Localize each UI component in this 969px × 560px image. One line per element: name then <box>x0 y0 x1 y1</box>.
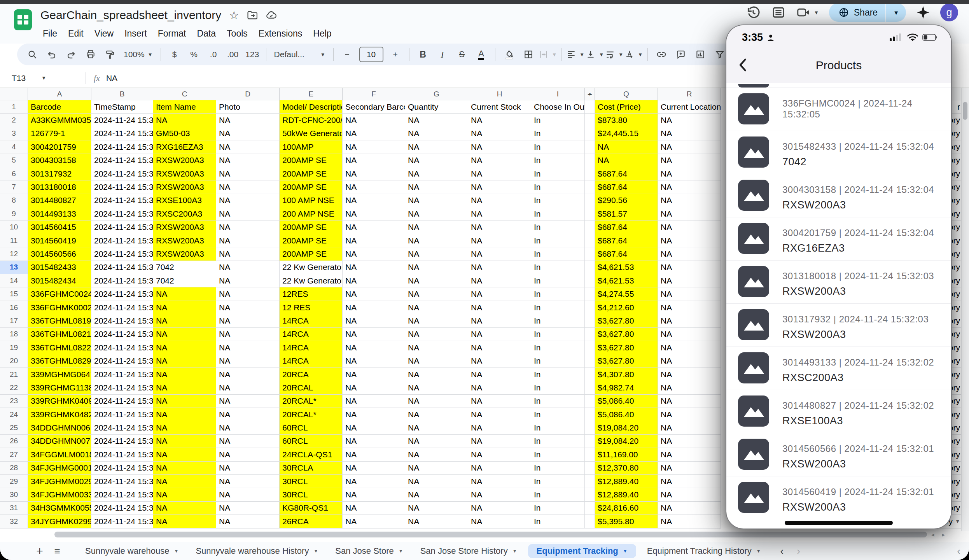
cell-A26[interactable]: 34DDGHMN007 <box>28 435 91 448</box>
hidden-column-gap[interactable] <box>585 395 595 408</box>
cell-R1[interactable]: Current Location <box>658 100 721 114</box>
cell-B18[interactable]: 2024-11-24 15:32 <box>91 328 153 341</box>
strikethrough-button[interactable]: S <box>452 46 472 63</box>
cell-G30[interactable]: NA <box>405 488 468 501</box>
cell-D14[interactable]: NA <box>216 274 280 287</box>
hidden-column-gap[interactable] <box>585 127 595 140</box>
cell-R7[interactable]: NA <box>658 180 721 194</box>
cell-R5[interactable]: NA <box>658 154 721 167</box>
cell-G9[interactable]: NA <box>405 207 468 220</box>
cell-Q11[interactable]: $687.64 <box>595 234 658 247</box>
cell-I26[interactable]: In <box>531 435 585 448</box>
row-header-22[interactable]: 22 <box>0 381 28 394</box>
cell-A1[interactable]: Barcode <box>28 100 91 114</box>
cell-H9[interactable]: NA <box>468 207 531 220</box>
cell-D6[interactable]: NA <box>216 167 280 180</box>
hidden-column-gap[interactable] <box>585 435 595 448</box>
row-header-21[interactable]: 21 <box>0 368 28 381</box>
row-header-17[interactable]: 17 <box>0 314 28 327</box>
cell-I11[interactable]: In <box>531 234 585 247</box>
cell-E24[interactable]: 20RCAL* <box>280 408 343 421</box>
cell-G32[interactable]: NA <box>405 515 468 528</box>
cell-R30[interactable]: NA <box>658 488 721 501</box>
cell-Q6[interactable]: $687.64 <box>595 167 658 180</box>
cell-H28[interactable]: NA <box>468 462 531 475</box>
cell-D9[interactable]: NA <box>216 207 280 220</box>
cell-G13[interactable]: NA <box>405 261 468 274</box>
cell-C11[interactable]: RXSW200A3 <box>153 234 216 247</box>
cell-D30[interactable]: NA <box>216 488 280 501</box>
cell-R25[interactable]: NA <box>658 421 721 434</box>
cell-E32[interactable]: 26RCA <box>280 515 343 528</box>
cell-F24[interactable]: NA <box>343 408 405 421</box>
cell-E16[interactable]: 12 RES <box>280 301 343 314</box>
row-header-30[interactable]: 30 <box>0 488 28 501</box>
cell-R3[interactable]: NA <box>658 127 721 140</box>
cell-H6[interactable]: NA <box>468 167 531 180</box>
cell-G21[interactable]: NA <box>405 368 468 381</box>
cell-R12[interactable]: NA <box>658 247 721 261</box>
cell-C32[interactable]: NA <box>153 515 216 528</box>
text-wrap-icon[interactable]: ▼ <box>605 46 624 63</box>
hidden-column-gap[interactable] <box>585 354 595 368</box>
cell-C17[interactable]: NA <box>153 314 216 327</box>
row-header-16[interactable]: 16 <box>0 301 28 314</box>
cell-G15[interactable]: NA <box>405 287 468 301</box>
far-right-chevron-icon[interactable]: ‹ <box>957 545 960 557</box>
sheet-tab-san-jose-store-history[interactable]: San Jose Store History▼ <box>412 542 526 560</box>
cell-F8[interactable]: NA <box>343 194 405 207</box>
cell-D22[interactable]: NA <box>216 381 280 394</box>
row-header-8[interactable]: 8 <box>0 194 28 207</box>
cell-Q12[interactable]: $687.64 <box>595 247 658 261</box>
column-header-Q[interactable]: Q <box>595 88 658 100</box>
cell-A15[interactable]: 336FGHMC0024 <box>28 287 91 301</box>
row-header-13[interactable]: 13 <box>0 261 28 274</box>
cell-B31[interactable]: 2024-11-24 15:32 <box>91 502 153 515</box>
hidden-column-gap[interactable] <box>585 328 595 341</box>
row-header-5[interactable]: 5 <box>0 154 28 167</box>
cell-B27[interactable]: 2024-11-24 15:32 <box>91 448 153 461</box>
cell-C19[interactable]: NA <box>153 341 216 354</box>
cell-E2[interactable]: RDT-CFNC-200/ <box>280 114 343 127</box>
cell-D12[interactable]: NA <box>216 247 280 261</box>
cell-Q23[interactable]: $5,086.40 <box>595 395 658 408</box>
sheet-tab-san-jose-store[interactable]: San Jose Store▼ <box>327 542 411 560</box>
cell-C10[interactable]: RXSW200A3 <box>153 221 216 234</box>
cell-H29[interactable]: NA <box>468 475 531 488</box>
cell-D4[interactable]: NA <box>216 140 280 154</box>
hidden-column-gap[interactable] <box>585 274 595 287</box>
undo-icon[interactable] <box>42 46 61 63</box>
cell-I27[interactable]: In <box>531 448 585 461</box>
cell-B15[interactable]: 2024-11-24 15:32 <box>91 287 153 301</box>
cell-F25[interactable]: NA <box>343 421 405 434</box>
column-header-D[interactable]: D <box>216 88 280 100</box>
cell-G16[interactable]: NA <box>405 301 468 314</box>
cell-G12[interactable]: NA <box>405 247 468 261</box>
cell-B25[interactable]: 2024-11-24 15:32 <box>91 421 153 434</box>
formula-input[interactable]: NA <box>106 74 117 83</box>
bold-button[interactable]: B <box>413 46 433 63</box>
cell-B7[interactable]: 2024-11-24 15:32 <box>91 180 153 194</box>
cell-G10[interactable]: NA <box>405 221 468 234</box>
cell-B20[interactable]: 2024-11-24 15:32 <box>91 354 153 368</box>
hidden-columns-indicator[interactable]: ◂▸ <box>585 88 595 100</box>
cell-A30[interactable]: 34FJGHMM0033 <box>28 488 91 501</box>
cell-I3[interactable]: In <box>531 127 585 140</box>
cell-B9[interactable]: 2024-11-24 15:32 <box>91 207 153 220</box>
cell-I22[interactable]: In <box>531 381 585 394</box>
cell-D13[interactable]: NA <box>216 261 280 274</box>
cell-F7[interactable]: NA <box>343 180 405 194</box>
home-indicator[interactable] <box>785 521 893 525</box>
meet-button[interactable]: ▼ <box>796 5 819 20</box>
document-title[interactable]: GearChain_spreadsheet_inventory <box>40 9 221 22</box>
meet-caret-icon[interactable]: ▼ <box>814 10 819 16</box>
cell-D19[interactable]: NA <box>216 341 280 354</box>
cell-E8[interactable]: 100 AMP NSE <box>280 194 343 207</box>
cell-R20[interactable]: NA <box>658 354 721 368</box>
hidden-column-gap[interactable] <box>585 314 595 327</box>
cell-H24[interactable]: NA <box>468 408 531 421</box>
cell-H14[interactable]: NA <box>468 274 531 287</box>
cell-Q8[interactable]: $290.56 <box>595 194 658 207</box>
cell-G27[interactable]: NA <box>405 448 468 461</box>
cell-A14[interactable]: 3015482434 <box>28 274 91 287</box>
